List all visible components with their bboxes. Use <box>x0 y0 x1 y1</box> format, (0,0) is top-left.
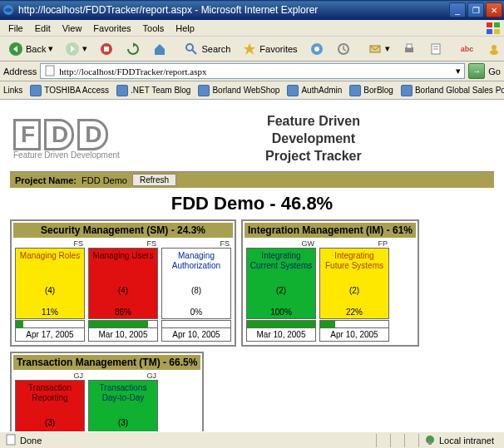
chevron-down-icon: ▾ <box>82 43 87 54</box>
owner-initials: FS <box>161 239 231 248</box>
owner-initials: GJ <box>88 372 158 380</box>
page-icon <box>44 65 56 78</box>
card-count: (8) <box>162 275 230 306</box>
owner-initials: FS <box>15 239 85 248</box>
status-text: Done <box>20 436 42 446</box>
chevron-down-icon[interactable]: ▾ <box>456 66 461 76</box>
close-button[interactable]: ✕ <box>486 2 502 17</box>
address-bar: Address ▾ → Go <box>0 62 504 81</box>
search-button[interactable]: Search <box>179 38 235 60</box>
forward-icon <box>65 42 80 57</box>
card-date: Mar 10, 2005 <box>88 328 158 342</box>
link-item[interactable]: Borland Global Sales Portal <box>398 83 504 98</box>
feature-card: FSManaging Users(4)86%Mar 10, 2005 <box>88 239 158 342</box>
feature-group: Integration Management (IM) - 61%GWInteg… <box>241 219 419 347</box>
page-content: FDD Feature Driven Development Feature D… <box>0 100 504 431</box>
progress-bar <box>161 320 231 328</box>
menu-help[interactable]: Help <box>170 22 200 35</box>
home-button[interactable] <box>147 38 172 60</box>
group-title: Security Management (SM) - 24.3% <box>13 223 233 238</box>
svg-point-21 <box>490 50 498 55</box>
link-item[interactable]: .NET Team Blog <box>113 83 194 98</box>
link-item[interactable]: Borland WebShop <box>195 83 283 98</box>
refresh-button[interactable] <box>121 38 146 60</box>
progress-bar <box>88 320 158 328</box>
media-button[interactable] <box>304 38 329 60</box>
svg-point-9 <box>186 44 193 51</box>
logo-tagline: Feature Driven Development <box>13 150 120 160</box>
forward-button[interactable]: ▾ <box>60 38 92 60</box>
link-item[interactable]: AuthAdmin <box>284 83 345 98</box>
card-name: Managing Authorization <box>162 249 230 275</box>
card-body: Transactions Day-to-Day(3)100% <box>88 380 158 431</box>
address-input-container[interactable]: ▾ <box>40 63 465 79</box>
ext1-button[interactable]: abc <box>455 38 480 60</box>
address-input[interactable] <box>59 66 452 76</box>
svg-rect-25 <box>46 66 54 76</box>
mail-button[interactable]: ▾ <box>363 38 395 60</box>
cards-row: GJTransaction Reporting(3)33%Mar 10, 200… <box>13 370 200 431</box>
svg-point-12 <box>314 47 319 52</box>
card-body: Managing Users(4)86% <box>88 248 158 319</box>
status-bar: Done Local intranet <box>0 431 504 448</box>
card-date: Apr 10, 2005 <box>319 328 389 342</box>
card-percent: 0% <box>162 306 230 318</box>
feature-card: FSManaging Authorization(8)0%Apr 10, 200… <box>161 239 231 342</box>
svg-rect-2 <box>494 22 500 27</box>
stop-icon <box>99 42 114 57</box>
card-date: Mar 10, 2005 <box>246 328 316 342</box>
card-name: Transaction Reporting <box>16 381 84 407</box>
ext2-button[interactable] <box>482 38 504 60</box>
card-count: (3) <box>89 407 157 431</box>
svg-rect-8 <box>104 47 109 52</box>
menu-file[interactable]: File <box>3 22 28 35</box>
address-label: Address <box>3 66 37 76</box>
chevron-down-icon: ▾ <box>48 43 53 54</box>
svg-line-10 <box>192 50 196 54</box>
go-button[interactable]: → <box>468 63 485 79</box>
card-count: (3) <box>16 407 84 431</box>
maximize-button[interactable]: ❐ <box>467 2 484 17</box>
refresh-button[interactable]: Refresh <box>132 174 176 186</box>
menu-tools[interactable]: Tools <box>138 22 170 35</box>
card-name: Integrating Current Systems <box>247 249 315 275</box>
minimize-button[interactable]: _ <box>449 2 466 17</box>
svg-point-20 <box>492 45 497 50</box>
security-zone: Local intranet <box>418 434 499 447</box>
progress-bar <box>15 320 85 328</box>
link-item[interactable]: TOSHIBA Access <box>27 83 112 98</box>
menu-edit[interactable]: Edit <box>30 22 56 35</box>
edit-button[interactable] <box>423 38 448 60</box>
toolbar: Back ▾ ▾ Search Favorites ▾ abc <box>0 37 504 62</box>
messenger-icon <box>487 42 502 57</box>
feature-card: FSManaging Roles(4)11%Apr 17, 2005 <box>15 239 85 342</box>
menubar: File Edit View Favorites Tools Help <box>0 20 504 37</box>
status-cell <box>404 434 415 447</box>
card-count: (2) <box>247 275 315 306</box>
home-icon <box>152 42 167 57</box>
menu-view[interactable]: View <box>57 22 87 35</box>
card-name: Managing Roles <box>16 249 84 275</box>
svg-rect-16 <box>407 44 412 48</box>
groups-container: Security Management (SM) - 24.3%FSManagi… <box>10 219 494 431</box>
project-bar: Project Name: FDD Demo Refresh <box>10 172 494 188</box>
page-icon <box>5 434 17 447</box>
chevron-down-icon: ▾ <box>385 43 390 54</box>
svg-rect-28 <box>428 441 432 445</box>
card-body: Integrating Future Systems(2)22% <box>319 248 389 319</box>
stop-button[interactable] <box>94 38 119 60</box>
menu-favorites[interactable]: Favorites <box>88 22 136 35</box>
card-percent: 100% <box>247 306 315 318</box>
project-label: Project Name: <box>15 175 77 185</box>
history-button[interactable] <box>331 38 356 60</box>
link-item[interactable]: BorBlog <box>346 83 397 98</box>
card-percent: 11% <box>16 306 84 318</box>
edit-icon <box>428 42 443 57</box>
back-button[interactable]: Back ▾ <box>3 38 58 60</box>
link-icon <box>30 85 42 96</box>
card-date: Apr 10, 2005 <box>161 328 231 342</box>
print-button[interactable] <box>397 38 422 60</box>
window-title: http://localhost/FDDTracker/report.aspx … <box>18 4 449 16</box>
favorites-button[interactable]: Favorites <box>237 38 302 60</box>
progress-fill <box>89 321 148 327</box>
